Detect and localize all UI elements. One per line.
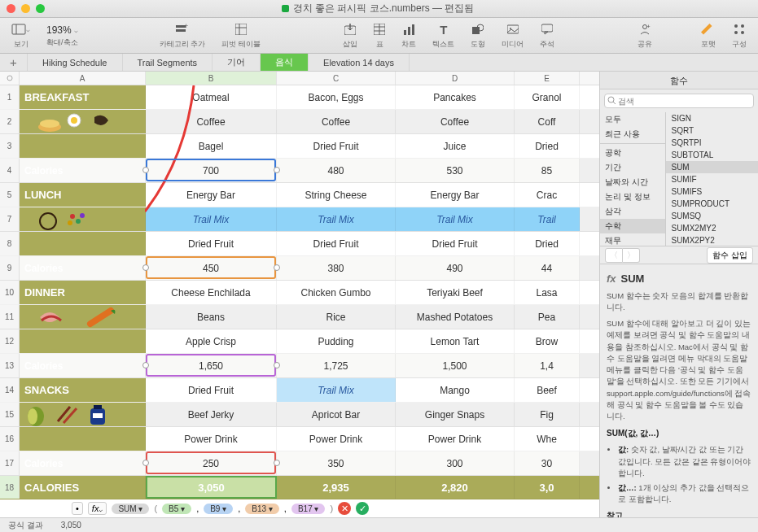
row-header[interactable]: 1 xyxy=(0,85,20,109)
cell[interactable]: Trail xyxy=(515,207,580,231)
function-category-list[interactable]: 모두 최근 사용 공학 기간 날짜와 시간 논리 및 정보 삼각 수학 재무 참… xyxy=(600,112,666,246)
cell[interactable]: 2,820 xyxy=(396,476,515,499)
cell[interactable]: Apple Crisp xyxy=(146,329,277,353)
cell[interactable]: CALORIES xyxy=(20,476,146,499)
cell[interactable]: Energy Bar xyxy=(396,183,515,207)
cell[interactable]: Trail Mix xyxy=(396,207,515,231)
cell[interactable]: 1,650 xyxy=(146,354,277,377)
cell[interactable]: Trail Mix xyxy=(277,207,396,231)
function-search-input[interactable] xyxy=(604,94,754,108)
row-header[interactable]: 2 xyxy=(0,110,20,133)
close-window-button[interactable] xyxy=(7,4,15,13)
row-header[interactable]: 9 xyxy=(0,256,20,280)
cell[interactable]: Ginger Snaps xyxy=(396,403,515,426)
row-header[interactable]: 16 xyxy=(0,427,20,451)
row-header[interactable]: 17 xyxy=(0,451,20,475)
category-item[interactable]: 최근 사용 xyxy=(600,127,665,142)
function-item[interactable]: SUMX2PY2 xyxy=(666,234,758,246)
cell[interactable]: Granol xyxy=(515,85,580,109)
row-header[interactable]: 8 xyxy=(0,232,20,255)
tab-gear[interactable]: 기어 xyxy=(213,54,261,71)
cell[interactable]: Dried Fruit xyxy=(146,232,277,255)
cell[interactable]: Beef Jerky xyxy=(146,403,277,426)
cell[interactable]: Trail Mix xyxy=(277,378,396,402)
active-formula-cell[interactable]: 3,050 xyxy=(146,476,277,499)
row-header[interactable]: 3 xyxy=(0,134,20,158)
formula-arg-token[interactable]: B13 ▾ xyxy=(245,504,279,514)
formula-dot-icon[interactable]: • xyxy=(72,502,83,515)
cell[interactable]: Cheese Enchilada xyxy=(146,281,277,304)
cell[interactable]: 450 xyxy=(146,256,277,280)
cell[interactable]: Dried xyxy=(515,232,580,255)
cell[interactable]: Apricot Bar xyxy=(277,403,396,426)
cell[interactable]: Energy Bar xyxy=(146,183,277,207)
row-header[interactable]: 11 xyxy=(0,305,20,329)
function-item[interactable]: SUMIF xyxy=(666,173,758,185)
select-all-corner[interactable] xyxy=(0,72,20,85)
cell[interactable]: Teriyaki Beef xyxy=(396,281,515,304)
row-header[interactable]: 7 xyxy=(0,207,20,231)
cell[interactable]: Power Drink xyxy=(146,427,277,451)
function-item[interactable]: SQRTPI xyxy=(666,137,758,149)
cell[interactable]: Fig xyxy=(515,403,580,426)
cell[interactable]: 1,4 xyxy=(515,354,580,377)
row-header[interactable]: 13 xyxy=(0,354,20,377)
row-header[interactable]: 10 xyxy=(0,281,20,304)
formula-editor[interactable]: • fx⌵ SUM ▾ ( B5 ▾, B9 ▾, B13 ▾, B17 ▾ )… xyxy=(65,499,375,517)
category-item[interactable]: 수학 xyxy=(600,219,665,233)
function-item[interactable]: SUMX2MY2 xyxy=(666,222,758,234)
cell[interactable]: Mango xyxy=(396,378,515,402)
category-item[interactable]: 삼각 xyxy=(600,204,665,219)
cell[interactable]: 300 xyxy=(396,451,515,475)
cell[interactable]: Pudding xyxy=(277,329,396,353)
cell[interactable]: Dried Fruit xyxy=(146,378,277,402)
cell[interactable]: Calories xyxy=(20,451,146,475)
share-button[interactable]: + 공유 xyxy=(638,21,652,50)
category-item[interactable]: 기간 xyxy=(600,160,665,175)
ref-handle[interactable] xyxy=(274,167,280,173)
function-list[interactable]: SIGN SQRT SQRTPI SUBTOTAL SUM SUMIF SUMI… xyxy=(666,112,758,246)
function-item[interactable]: SUMSQ xyxy=(666,210,758,222)
category-item[interactable]: 날짜와 시간 xyxy=(600,175,665,190)
col-header-b[interactable]: B xyxy=(146,72,277,85)
cell[interactable]: Lasa xyxy=(515,281,580,304)
cell[interactable]: 490 xyxy=(396,256,515,280)
media-button[interactable]: 미디어 xyxy=(502,21,524,50)
cell[interactable]: 1,500 xyxy=(396,354,515,377)
col-header-d[interactable]: D xyxy=(396,72,515,85)
shape-button[interactable]: 도형 xyxy=(471,21,485,50)
cell[interactable]: 2,935 xyxy=(277,476,396,499)
text-button[interactable]: T 텍스트 xyxy=(432,21,454,50)
function-item[interactable]: SIGN xyxy=(666,112,758,124)
category-item[interactable]: 논리 및 정보 xyxy=(600,190,665,204)
cell[interactable]: 530 xyxy=(396,159,515,182)
cell[interactable]: Coff xyxy=(515,110,580,133)
minimize-window-button[interactable] xyxy=(21,4,30,13)
formula-arg-token[interactable]: B5 ▾ xyxy=(162,504,191,514)
cell[interactable]: LUNCH xyxy=(20,183,146,207)
cell[interactable]: 380 xyxy=(277,256,396,280)
col-header-c[interactable]: C xyxy=(277,72,396,85)
cell[interactable]: 250 xyxy=(146,451,277,475)
pivot-table-button[interactable]: 피벗 테이블 xyxy=(221,21,261,50)
cell[interactable]: 30 xyxy=(515,451,580,475)
cell[interactable]: Dried Fruit xyxy=(277,232,396,255)
row-header[interactable]: 14 xyxy=(0,378,20,402)
cell[interactable]: 85 xyxy=(515,159,580,182)
function-item[interactable]: SUBTOTAL xyxy=(666,149,758,161)
cell[interactable]: String Cheese xyxy=(277,183,396,207)
cell[interactable]: 44 xyxy=(515,256,580,280)
cell[interactable]: BREAKFAST xyxy=(20,85,146,109)
cell[interactable]: Calories xyxy=(20,354,146,377)
cell[interactable]: Whe xyxy=(515,427,580,451)
row-header[interactable]: 18 xyxy=(0,476,20,499)
tab-hiking-schedule[interactable]: Hiking Schedule xyxy=(28,54,123,71)
category-item[interactable]: 공학 xyxy=(600,146,665,160)
cell[interactable]: Bacon, Eggs xyxy=(277,85,396,109)
function-item[interactable]: SUMPRODUCT xyxy=(666,198,758,210)
zoom-control[interactable]: 193% ⌵ 확대/축소 xyxy=(46,21,78,48)
tab-trail-segments[interactable]: Trail Segments xyxy=(123,54,213,71)
cell[interactable]: Coffee xyxy=(146,110,277,133)
chart-button[interactable]: 차트 xyxy=(401,21,416,50)
row-header[interactable]: 15 xyxy=(0,403,20,426)
